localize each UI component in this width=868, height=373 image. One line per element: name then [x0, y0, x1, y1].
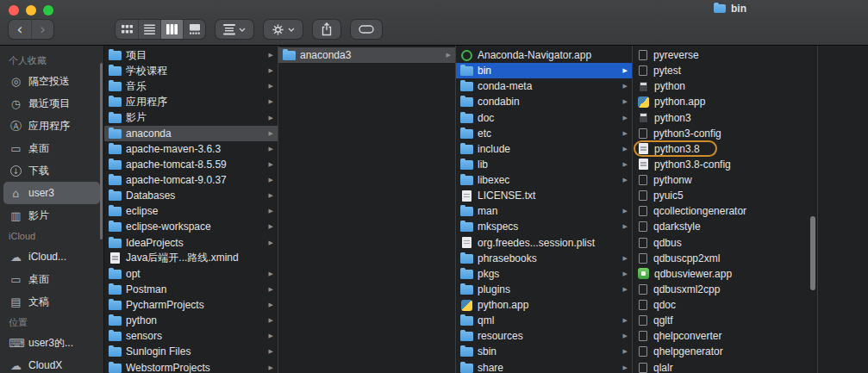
file-row-eclipse-workspace[interactable]: eclipse-workspace▶ [104, 219, 278, 234]
file-row-pyreverse[interactable]: pyreverse [633, 47, 817, 63]
icon-view-button[interactable] [116, 20, 138, 39]
file-row-postman[interactable]: Postman▶ [104, 282, 278, 297]
gallery-view-button[interactable] [183, 20, 205, 39]
column-scrollbar[interactable] [810, 216, 815, 290]
file-row-qgltf[interactable]: qgltf [633, 313, 817, 328]
file-row-pkgs[interactable]: pkgs▶ [456, 266, 632, 282]
file-row-item[interactable]: 音乐▶ [104, 78, 278, 94]
file-row-org-freedes-session-plist[interactable]: org.freedes...session.plist [456, 235, 632, 251]
tags-button[interactable] [351, 20, 382, 39]
sidebar-item-icloud-documents[interactable]: ▤文稿 [3, 290, 100, 313]
file-row-anaconda-navigator-app[interactable]: Anaconda-Navigator.app [456, 47, 632, 63]
back-button[interactable]: ‹ [9, 20, 31, 39]
file-row-qdbusxml2cpp[interactable]: qdbusxml2cpp [633, 282, 817, 297]
file-row-share[interactable]: share▶ [456, 360, 632, 373]
sidebar-item-user3-mac[interactable]: ⌨user3的... [3, 332, 100, 354]
file-row-java-xmind[interactable]: Java后端开...路线.xmind [104, 251, 278, 266]
file-row-python3-8-config[interactable]: python3.8-config [633, 157, 817, 172]
folder-proxy-icon[interactable] [714, 4, 726, 13]
file-row-mkspecs[interactable]: mkspecs▶ [456, 219, 632, 234]
sidebar-scrollbar[interactable] [100, 63, 103, 239]
file-row-anaconda3[interactable]: anaconda3▶ [278, 47, 455, 63]
file-row-pycharmprojects[interactable]: PycharmProjects▶ [104, 297, 278, 313]
file-row-eclipse[interactable]: eclipse▶ [104, 203, 278, 219]
file-row-apache-tomcat-9-0-37[interactable]: apache-tomcat-9.0.37▶ [104, 172, 278, 188]
file-row-phrasebooks[interactable]: phrasebooks▶ [456, 251, 632, 266]
close-button[interactable] [9, 5, 19, 16]
file-row-opt[interactable]: opt▶ [104, 266, 278, 282]
sidebar-item-user3[interactable]: ⌂user3 [3, 182, 100, 204]
chevron-right-icon: ▶ [269, 270, 273, 277]
file-row-item[interactable]: 学校课程▶ [104, 63, 278, 78]
folder-icon [460, 145, 473, 154]
minimize-button[interactable] [26, 5, 36, 16]
sidebar-item-recents[interactable]: ◷最近项目 [3, 92, 100, 115]
file-row-python3[interactable]: python3 [633, 110, 817, 126]
zoom-button[interactable] [43, 5, 53, 16]
file-row-apache-tomcat-8-5-59[interactable]: apache-tomcat-8.5.59▶ [104, 157, 278, 172]
file-row-ideaprojects[interactable]: IdeaProjects▶ [104, 235, 278, 251]
file-row-python[interactable]: python [633, 78, 817, 94]
sidebar-item-desktop[interactable]: ▭桌面 [3, 137, 100, 159]
file-row-python-app[interactable]: python.app [456, 297, 632, 313]
file-row-qhelpgenerator[interactable]: qhelpgenerator [633, 344, 817, 359]
file-row-plugins[interactable]: plugins▶ [456, 282, 632, 297]
file-row-qml[interactable]: qml▶ [456, 313, 632, 328]
action-button[interactable] [264, 20, 303, 39]
file-row-qdbus[interactable]: qdbus [633, 235, 817, 251]
sidebar-item-icloud-desktop[interactable]: ▭桌面 [3, 268, 100, 290]
column-view-button[interactable] [160, 20, 183, 39]
file-row-etc[interactable]: etc▶ [456, 126, 632, 141]
file-label: qdbusxml2cpp [653, 283, 813, 295]
file-row-pyuic5[interactable]: pyuic5 [633, 188, 817, 203]
file-row-qhelpconverter[interactable]: qhelpconverter [633, 328, 817, 344]
file-row-qdoc[interactable]: qdoc [633, 297, 817, 313]
forward-button[interactable]: › [31, 20, 53, 39]
file-row-python3-8[interactable]: python3.8 [633, 141, 817, 157]
file-row-item[interactable]: 影片▶ [104, 110, 278, 126]
file-row-databases[interactable]: Databases▶ [104, 188, 278, 203]
file-label: man [478, 205, 619, 217]
file-row-man[interactable]: man▶ [456, 203, 632, 219]
file-row-item[interactable]: 项目▶ [104, 47, 278, 63]
file-row-qdarkstyle[interactable]: qdarkstyle [633, 219, 817, 234]
file-row-python-app[interactable]: python.app [633, 94, 817, 109]
file-row-include[interactable]: include▶ [456, 141, 632, 157]
outline-icon [639, 300, 647, 310]
sidebar-item-icloud-drive[interactable]: ☁iCloud... [3, 246, 100, 268]
file-row-webstormprojects[interactable]: WebstormProjects▶ [104, 360, 278, 373]
file-row-qcollectiongenerator[interactable]: qcollectiongenerator [633, 203, 817, 219]
file-row-pytest[interactable]: pytest [633, 63, 817, 78]
file-row-pythonw[interactable]: pythonw [633, 172, 817, 188]
file-row-resources[interactable]: resources▶ [456, 328, 632, 344]
file-row-bin[interactable]: bin▶ [456, 63, 632, 78]
file-row-doc[interactable]: doc▶ [456, 110, 632, 126]
sidebar-item-downloads[interactable]: ↓下载 [3, 159, 100, 182]
file-row-item[interactable]: 应用程序▶ [104, 94, 278, 109]
chevron-right-icon: ▶ [269, 52, 273, 59]
file-row-qdbusviewer-app[interactable]: qdbusviewer.app [633, 266, 817, 282]
list-view-button[interactable] [138, 20, 160, 39]
file-label: eclipse-workspace [126, 221, 265, 233]
file-row-apache-maven-3-6-3[interactable]: apache-maven-3.6.3▶ [104, 141, 278, 157]
file-row-python[interactable]: python▶ [104, 313, 278, 328]
file-row-qlalr[interactable]: qlalr [633, 360, 817, 373]
file-row-qdbuscpp2xml[interactable]: qdbuscpp2xml [633, 251, 817, 266]
file-row-lib[interactable]: lib▶ [456, 157, 632, 172]
file-row-sunlogin-files[interactable]: Sunlogin Files▶ [104, 344, 278, 359]
file-row-python3-config[interactable]: python3-config [633, 126, 817, 141]
sidebar-item-applications[interactable]: Ⓐ应用程序 [3, 115, 100, 137]
file-row-anaconda[interactable]: anaconda▶ [104, 126, 278, 141]
sidebar-item-airdrop[interactable]: ◎隔空投送 [3, 70, 100, 92]
group-button[interactable] [215, 20, 253, 39]
sidebar-item-cloudx[interactable]: ☁CloudX [3, 354, 100, 373]
file-row-sensors[interactable]: sensors▶ [104, 328, 278, 344]
sidebar-item-movies[interactable]: ▥影片 [3, 204, 100, 227]
file-row-libexec[interactable]: libexec▶ [456, 172, 632, 188]
file-row-sbin[interactable]: sbin▶ [456, 344, 632, 359]
app-python-icon [461, 300, 472, 311]
file-row-license-txt[interactable]: LICENSE.txt [456, 188, 632, 203]
file-row-condabin[interactable]: condabin▶ [456, 94, 632, 109]
file-row-conda-meta[interactable]: conda-meta▶ [456, 78, 632, 94]
share-button[interactable] [313, 20, 340, 39]
